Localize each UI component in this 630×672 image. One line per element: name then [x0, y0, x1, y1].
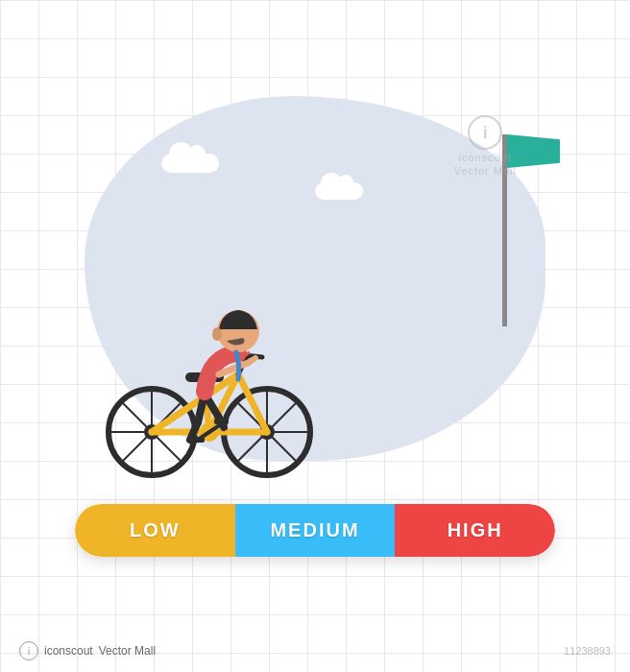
watermark-sub: Vector Mall [454, 165, 517, 177]
bar-medium: MEDIUM [235, 504, 396, 557]
brand-sub-name: Vector Mall [99, 644, 156, 658]
illustration-wrapper: i iconscout Vector Mall [65, 58, 565, 614]
progress-bar: LOW MEDIUM HIGH [75, 504, 555, 557]
bar-low: LOW [75, 504, 235, 557]
medium-label: MEDIUM [270, 519, 359, 541]
brand-name: iconscout [44, 644, 93, 658]
svg-line-30 [248, 358, 255, 363]
watermark-text: iconscout [459, 152, 512, 163]
brand-left: i iconscout Vector Mall [19, 641, 156, 660]
bar-high: HIGH [395, 504, 555, 557]
watermark-icon: i [468, 115, 502, 150]
svg-line-28 [219, 418, 224, 427]
image-id: 11238893 [564, 645, 611, 657]
person-bicycle [94, 230, 325, 499]
cloud-1 [161, 154, 219, 173]
brand-icon: i [19, 641, 38, 660]
svg-line-15 [238, 374, 267, 432]
main-container: i iconscout Vector Mall [0, 0, 630, 672]
cloud-2 [315, 182, 363, 200]
watermark: i iconscout Vector Mall [454, 115, 517, 177]
svg-point-32 [212, 327, 222, 341]
high-label: HIGH [448, 519, 503, 541]
low-label: LOW [130, 519, 181, 541]
bottom-branding: i iconscout Vector Mall 11238893 [0, 641, 630, 660]
